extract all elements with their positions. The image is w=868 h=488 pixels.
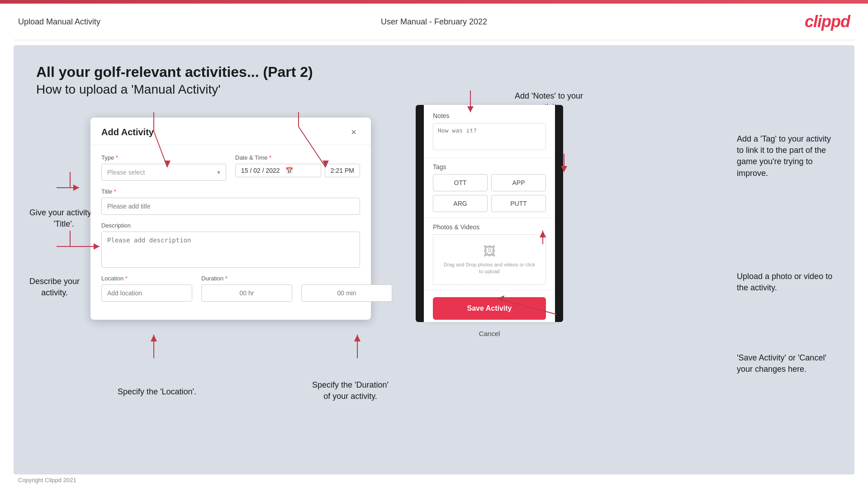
location-input[interactable] — [101, 284, 192, 302]
annotation-duration: Specify the 'Duration' of your activity. — [312, 379, 389, 402]
tag-arg[interactable]: ARG — [433, 195, 488, 212]
annotation-description: Describe your activity. — [29, 276, 80, 298]
title-input[interactable] — [101, 198, 360, 215]
type-group: Type * Please select ▾ — [101, 154, 226, 181]
annotation-location: Specify the 'Location'. — [118, 386, 196, 398]
datetime-group: Date & Time * 15 / 02 / 2022 📅 2:21 PM — [235, 154, 360, 181]
top-accent-bar — [0, 0, 868, 4]
description-input[interactable] — [101, 232, 360, 268]
phone-right-border — [555, 105, 563, 322]
title-group: Title * — [101, 188, 360, 215]
date-input[interactable]: 15 / 02 / 2022 📅 — [235, 164, 321, 177]
annotation-tags: Add a 'Tag' to your activity to link it … — [737, 133, 836, 179]
tag-app[interactable]: APP — [491, 174, 546, 191]
description-group: Description — [101, 222, 360, 268]
page-title: All your golf-relevant activities... (Pa… — [36, 63, 832, 97]
cancel-button[interactable]: Cancel — [424, 326, 555, 341]
phone-left-border — [416, 105, 424, 322]
annotation-photo: Upload a photo or video to the activity. — [737, 271, 836, 294]
modal-title: Add Activity — [101, 127, 154, 137]
title-label: Title * — [101, 188, 360, 195]
duration-group: Duration * — [201, 275, 392, 302]
add-activity-modal: Add Activity × Type * Please select ▾ Da… — [90, 118, 371, 320]
annotation-save: 'Save Activity' or 'Cancel' your changes… — [737, 352, 836, 375]
annotation-title: Give your activity a 'Title'. — [29, 207, 98, 230]
header: Upload Manual Activity User Manual - Feb… — [0, 4, 868, 40]
photos-label: Photos & Videos — [433, 223, 546, 231]
description-label: Description — [101, 222, 360, 229]
datetime-label: Date & Time * — [235, 154, 360, 161]
photo-icon: 🖼 — [442, 244, 536, 259]
copyright: Copyright Clippd 2021 — [18, 477, 76, 483]
logo: clippd — [805, 12, 850, 31]
header-divider — [14, 40, 854, 40]
location-duration-row: Location * Duration * — [101, 275, 360, 302]
location-group: Location * — [101, 275, 192, 302]
header-title: Upload Manual Activity — [18, 17, 100, 27]
header-subtitle: User Manual - February 2022 — [381, 17, 487, 27]
notes-section: Notes — [424, 105, 555, 158]
duration-inputs — [201, 284, 392, 302]
calendar-icon: 📅 — [285, 167, 293, 174]
time-input[interactable]: 2:21 PM — [325, 164, 360, 177]
type-select[interactable]: Please select ▾ — [101, 164, 226, 181]
location-label: Location * — [101, 275, 192, 282]
tag-ott[interactable]: OTT — [433, 174, 488, 191]
upload-area[interactable]: 🖼 Drag and Drop photos and videos or cli… — [433, 234, 546, 285]
modal-body: Type * Please select ▾ Date & Time * 15 … — [90, 145, 371, 320]
duration-hr-input[interactable] — [201, 284, 292, 302]
duration-min-input[interactable] — [301, 284, 392, 302]
notes-input[interactable] — [433, 123, 546, 150]
tags-grid: OTT APP ARG PUTT — [433, 174, 546, 212]
modal-close-button[interactable]: × — [347, 126, 360, 138]
tag-putt[interactable]: PUTT — [491, 195, 546, 212]
upload-text: Drag and Drop photos and videos or click… — [442, 261, 536, 275]
notes-label: Notes — [433, 112, 546, 119]
phone-panel: Notes Tags OTT APP ARG PUTT Photos & Vid… — [424, 105, 555, 322]
tags-label: Tags — [433, 163, 546, 171]
save-activity-button[interactable]: Save Activity — [433, 297, 546, 320]
tags-section: Tags OTT APP ARG PUTT — [424, 158, 555, 218]
type-label: Type * — [101, 154, 226, 161]
duration-label: Duration * — [201, 275, 392, 282]
modal-header: Add Activity × — [90, 118, 371, 145]
chevron-down-icon: ▾ — [217, 169, 220, 176]
photos-section: Photos & Videos 🖼 Drag and Drop photos a… — [424, 218, 555, 291]
type-datetime-row: Type * Please select ▾ Date & Time * 15 … — [101, 154, 360, 181]
